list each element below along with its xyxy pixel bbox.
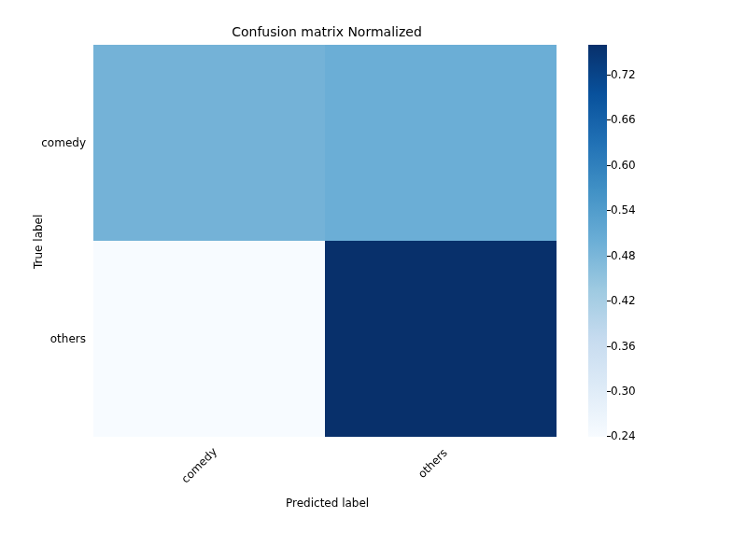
xtick-others: others: [412, 446, 450, 484]
ytick-others: others: [50, 332, 86, 345]
cbar-tick-0: 0.24: [611, 429, 636, 442]
colorbar-gradient: [588, 45, 607, 437]
cbar-tick-2: 0.36: [611, 340, 636, 353]
chart-title: Confusion matrix Normalized: [0, 24, 654, 39]
cell-others-others: [325, 241, 557, 437]
cbar-tick-1: 0.30: [611, 385, 636, 398]
colorbar: 0.24 0.30 0.36 0.42 0.48 0.54 0.60 0.66 …: [588, 45, 607, 437]
x-axis-label: Predicted label: [286, 497, 369, 510]
figure: Confusion matrix Normalized comedy other…: [0, 0, 747, 560]
ytick-comedy: comedy: [41, 136, 86, 149]
cbar-tick-7: 0.66: [611, 113, 636, 126]
cbar-tick-6: 0.60: [611, 159, 636, 172]
cell-comedy-comedy: [93, 45, 325, 241]
cbar-tick-8: 0.72: [611, 68, 636, 81]
cbar-tick-5: 0.54: [611, 203, 636, 217]
heatmap-axes: [93, 45, 557, 437]
heatmap-grid: [93, 45, 557, 437]
cbar-tick-3: 0.42: [611, 294, 636, 307]
xtick-comedy: comedy: [178, 446, 218, 485]
y-axis-label: True label: [32, 215, 45, 269]
cell-comedy-others: [325, 45, 557, 241]
cell-others-comedy: [93, 241, 325, 437]
cbar-tick-4: 0.48: [611, 249, 636, 262]
